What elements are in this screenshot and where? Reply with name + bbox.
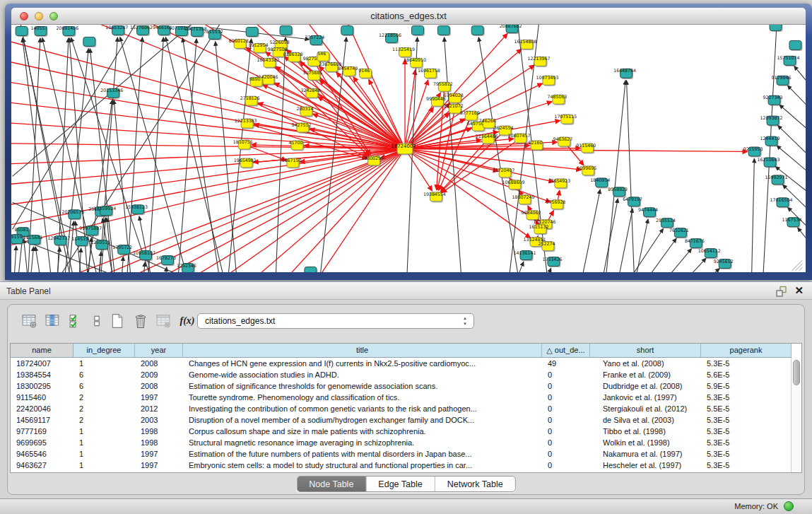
citation-edge[interactable] <box>478 37 523 272</box>
cell-year[interactable]: 1997 <box>135 448 183 460</box>
cell-out_de[interactable]: 0 <box>542 380 590 392</box>
graph-node[interactable]: 9129946 <box>772 75 792 86</box>
graph-node[interactable]: 19384554 <box>423 192 446 203</box>
citation-edge[interactable] <box>120 37 196 272</box>
cell-name[interactable]: 22420046 <box>11 403 73 414</box>
cell-name[interactable]: 9465546 <box>11 448 73 460</box>
graph-node[interactable]: 20691406 <box>56 25 78 37</box>
graph-node[interactable]: 12218506 <box>379 33 401 44</box>
cell-short[interactable]: Dudbridge et al. (2008) <box>590 380 701 392</box>
citation-edge[interactable] <box>97 37 117 272</box>
citation-edge-red[interactable] <box>258 103 405 149</box>
cell-short[interactable]: de Silva et al. (2003) <box>590 414 701 426</box>
graph-node[interactable]: 1250515 <box>90 240 110 251</box>
graph-node[interactable]: 546 <box>317 51 331 62</box>
graph-node[interactable] <box>770 25 783 32</box>
graph-node[interactable]: 9699695 <box>577 165 596 177</box>
graph-node[interactable]: 11325419 <box>392 47 415 58</box>
table-row[interactable]: 911546021997Tourette syndrome. Phenomeno… <box>11 392 801 403</box>
citation-edge[interactable] <box>611 229 663 272</box>
citation-edge[interactable] <box>576 189 600 272</box>
network-window-titlebar[interactable]: citations_edges.txt <box>11 8 806 25</box>
cell-name[interactable]: 19384554 <box>11 369 73 380</box>
graph-node[interactable]: 17975115 <box>554 114 577 125</box>
cell-title[interactable]: Tourette syndrome. Phenomenology and cla… <box>183 392 542 403</box>
graph-node[interactable]: 15751074 <box>777 55 800 66</box>
cell-out_de[interactable]: 0 <box>542 369 590 380</box>
delete-table-icon-disabled[interactable] <box>155 312 173 330</box>
column-header-year[interactable]: year <box>135 344 183 358</box>
graph-node[interactable]: 8912954 <box>249 42 269 54</box>
citation-edge[interactable] <box>506 262 524 272</box>
cell-out_de[interactable]: 0 <box>542 414 590 426</box>
cell-year[interactable]: 2008 <box>135 380 183 392</box>
graph-node[interactable]: 8454749 <box>338 66 358 77</box>
cell-name[interactable]: 9699695 <box>11 437 73 448</box>
citation-edge[interactable] <box>661 258 706 272</box>
column-header-in_degree[interactable]: in_degree <box>73 344 135 358</box>
graph-node[interactable] <box>83 37 97 47</box>
graph-node[interactable]: 9890 <box>249 76 264 88</box>
citation-network-graph[interactable]: 1872400789601288912954522605898275088186… <box>11 25 806 272</box>
table-row[interactable]: 1456911722003Disruption of a novel membe… <box>11 414 801 426</box>
cell-out_de[interactable]: 0 <box>542 448 590 460</box>
scrollbar-thumb[interactable] <box>793 360 800 385</box>
graph-node[interactable]: 1840954 <box>590 177 610 189</box>
graph-node[interactable]: 7632621 <box>669 228 689 239</box>
graph-node[interactable]: 18300295 <box>361 156 384 167</box>
cell-title[interactable]: Corpus callosum shape and size in male p… <box>183 426 542 437</box>
graph-node[interactable]: 15720407 <box>493 168 515 179</box>
select-columns-icon[interactable] <box>67 312 86 330</box>
cell-title[interactable]: Structural magnetic resonance image aver… <box>183 437 542 448</box>
cell-pagerank[interactable]: 5.6E-5 <box>701 369 792 380</box>
cell-short[interactable]: Wolkin et al. (1998) <box>590 437 701 448</box>
graph-node[interactable]: 15276062 <box>130 25 153 36</box>
cell-in_degree[interactable]: 2 <box>73 403 135 414</box>
graph-node[interactable]: 16210643 <box>758 157 780 168</box>
cell-year[interactable]: 2012 <box>135 403 183 414</box>
graph-node[interactable]: 16154808 <box>514 39 537 50</box>
cell-title[interactable]: Estimation of significance thresholds fo… <box>183 380 542 392</box>
cell-pagerank[interactable]: 5.3E-5 <box>701 392 792 403</box>
graph-node[interactable]: 12042737 <box>47 235 70 247</box>
cell-in_degree[interactable]: 1 <box>73 358 135 369</box>
graph-node[interactable]: 9146 <box>358 68 372 79</box>
graph-node[interactable]: 20153346 <box>100 88 123 99</box>
graph-node[interactable]: 21364486 <box>476 134 498 145</box>
function-builder-icon[interactable]: f(x) <box>178 312 196 330</box>
graph-node[interactable]: 18807249 <box>512 194 535 206</box>
cell-year[interactable]: 1997 <box>135 460 183 471</box>
graph-node[interactable]: 10543382 <box>257 57 280 69</box>
cell-short[interactable]: Hescheler et al. (1997) <box>590 460 701 471</box>
citation-edge[interactable] <box>787 86 806 129</box>
citation-edge-red[interactable] <box>238 148 405 272</box>
graph-node[interactable]: 1678273 <box>156 255 176 267</box>
citation-edge[interactable] <box>535 268 551 272</box>
graph-node[interactable]: 16648784 <box>613 68 636 79</box>
cell-pagerank[interactable]: 5.3E-5 <box>701 414 792 426</box>
column-header-name[interactable]: name <box>11 344 73 358</box>
citation-edge[interactable] <box>798 228 806 268</box>
graph-node[interactable]: 39159 <box>11 234 24 245</box>
cell-name[interactable]: 9777169 <box>11 426 73 437</box>
citation-edge[interactable] <box>165 37 230 272</box>
citation-edge-red[interactable] <box>405 148 581 170</box>
cell-title[interactable]: Genome-wide association studies in ADHD. <box>183 369 542 380</box>
graph-node[interactable]: 1615132 <box>529 224 549 235</box>
cell-pagerank[interactable]: 5.3E-5 <box>701 358 792 369</box>
graph-node[interactable]: 10653287 <box>105 25 128 36</box>
cell-title[interactable]: Investigating the contribution of common… <box>183 403 542 414</box>
graph-node[interactable]: 7357224 <box>305 35 324 46</box>
citation-edge[interactable] <box>603 81 625 272</box>
graph-node[interactable] <box>305 267 318 272</box>
table-selector-dropdown[interactable]: citations_edges.txt ▲▼ <box>197 313 474 329</box>
cell-in_degree[interactable]: 6 <box>73 380 135 392</box>
cell-in_degree[interactable]: 2 <box>73 392 135 403</box>
cell-pagerank[interactable]: 5.3E-5 <box>701 437 792 448</box>
citation-edge[interactable] <box>643 249 691 272</box>
cell-year[interactable]: 1998 <box>135 426 183 437</box>
graph-node[interactable]: 62160 <box>529 140 544 151</box>
memory-status-indicator-icon[interactable] <box>784 501 794 511</box>
cell-out_de[interactable]: 0 <box>542 403 590 414</box>
cell-in_degree[interactable]: 1 <box>73 460 135 471</box>
